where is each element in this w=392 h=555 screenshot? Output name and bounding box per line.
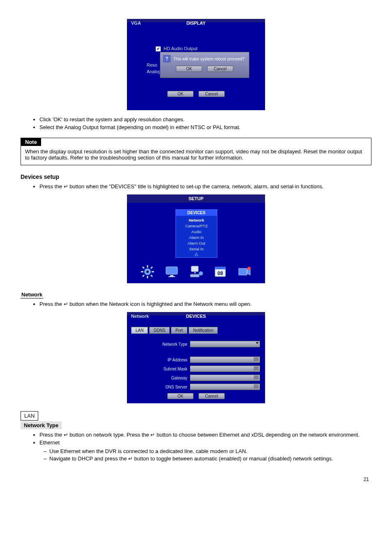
devices-menu-panel: DEVICES Network Camera/PTZ Audio Alarm I… [175,209,217,258]
dialog-cancel-button[interactable]: Cancel [207,66,233,72]
label-dns-server: DNS Server [132,385,190,389]
record-icon[interactable] [237,264,252,279]
devices-menu-header: DEVICES [176,210,217,216]
display-cancel-button[interactable]: Cancel [198,91,225,97]
devices-menu-alarm-in[interactable]: Alarm In [176,234,217,240]
screenshot-setup-devices: SETUP DEVICES Network Camera/PTZ Audio A… [127,194,265,283]
display-side-labels: Reso Analog [147,62,161,76]
bullet-click-ok: Click 'OK' to restart the system and app… [39,116,371,123]
svg-rect-13 [191,266,198,272]
bullet-network-enter: Press the ↵ button when the Network icon… [39,301,371,307]
enter-icon: ↵ [128,456,133,462]
network-heading: Network [21,291,43,298]
page-number: 21 [364,476,369,482]
tab-port[interactable]: Port [171,327,187,334]
label-gateway: Gateway [132,376,190,380]
tab-notification[interactable]: Notification [189,327,218,334]
svg-rect-11 [170,275,173,276]
svg-line-6 [151,275,152,277]
svg-line-5 [143,267,144,268]
devices-menu-serial-in[interactable]: Serial In [176,246,217,252]
reboot-confirm-dialog: ? This will make system reboot proceed? … [160,52,249,78]
subnet-mask-input[interactable] [190,365,260,372]
enter-icon: ↵ [64,183,68,190]
network-type-dropdown[interactable] [190,341,260,347]
keyboard-icon[interactable] [254,357,259,361]
triangle-down-icon: △ [176,252,217,256]
dns-server-input[interactable] [190,384,260,390]
network-type-label: Network Type [21,421,62,429]
network-ok-button[interactable]: OK [167,393,194,399]
bullet-devices-enter: Press the ↵ button when the "DEVICES" ti… [39,183,371,190]
label-ip-address: IP Address [132,358,190,362]
svg-point-9 [146,271,149,273]
dash-dhcp-toggle: Navigate to DHCP and press the ↵ button … [44,456,371,462]
devices-setup-heading: Devices setup [21,173,371,180]
label-subnet-mask: Subnet Mask [132,367,190,371]
dash-ethernet-use: Use Ethernet when the DVR is connected t… [44,448,371,454]
note-heading: Note [21,138,41,146]
label-network-type: Network Type [132,342,190,347]
keyboard-icon[interactable] [254,366,259,370]
monitor-icon[interactable] [164,264,179,279]
note-body: When the display output resolution is se… [21,146,371,165]
devices-menu-audio[interactable]: Audio [176,229,217,234]
svg-point-20 [247,267,251,270]
devices-menu-alarm-out[interactable]: Alarm Out [176,240,217,246]
display-ok-button[interactable]: OK [167,91,194,97]
svg-point-16 [199,271,203,275]
network-window-title-left: Network [131,314,149,319]
gateway-input[interactable] [190,375,260,381]
keyboard-icon[interactable] [254,384,259,388]
lan-section-label: LAN [21,411,38,421]
svg-rect-10 [166,267,178,274]
keyboard-icon[interactable] [254,375,259,379]
svg-rect-14 [194,272,196,273]
gear-icon[interactable] [140,264,155,279]
ip-address-input[interactable] [190,356,260,363]
setup-window-title: SETUP [127,194,265,203]
network-cancel-button[interactable]: Cancel [198,393,225,399]
devices-menu-network[interactable]: Network [176,217,217,223]
note-box: Note When the display output resolution … [21,138,371,165]
enter-icon: ↵ [64,301,68,307]
svg-text:08: 08 [217,271,223,276]
bullet-network-type-select: Press the ↵ button on network type. Pres… [39,432,371,438]
screenshot-network-settings: Network DEVICES LAN DDNS Port Notificati… [127,312,265,403]
calendar-icon[interactable]: 08 [213,264,228,279]
svg-line-7 [143,275,144,277]
devices-icon[interactable] [189,264,203,279]
tab-ddns[interactable]: DDNS [149,327,170,334]
hd-audio-checkbox[interactable]: ✔ [156,46,161,51]
bullet-ethernet: Ethernet [39,439,371,446]
svg-rect-12 [168,276,175,277]
svg-rect-15 [190,274,199,277]
tab-lan[interactable]: LAN [131,327,148,334]
enter-icon: ↵ [64,432,68,438]
reboot-dialog-text: This will make system reboot proceed? [173,57,244,61]
screenshot-display-dialog: VGA DISPLAY ✔ HD Audio Output Reso Analo… [127,19,265,110]
hd-audio-label: HD Audio Output [164,46,198,51]
dialog-ok-button[interactable]: OK [176,66,202,72]
question-icon: ? [163,55,171,63]
svg-line-8 [151,267,152,268]
svg-rect-18 [215,267,226,269]
bullet-analog-output: Select the Analog Output format (dependi… [39,124,371,130]
enter-icon: ↵ [150,432,155,438]
devices-menu-camera[interactable]: Camera/PTZ [176,223,217,229]
